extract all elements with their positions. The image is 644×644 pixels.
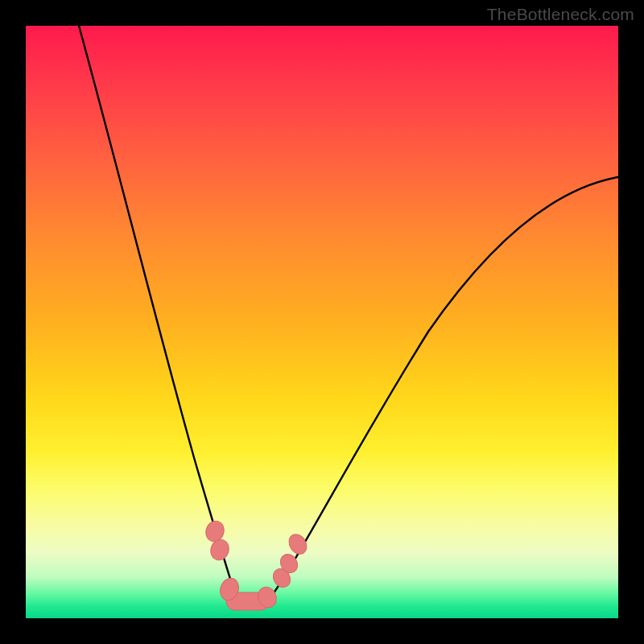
watermark-text: TheBottleneck.com bbox=[487, 5, 634, 24]
bottleneck-curve-right bbox=[266, 177, 618, 604]
bottleneck-curve-left bbox=[79, 26, 237, 599]
chart-frame: TheBottleneck.com bbox=[0, 0, 644, 644]
marker-dot bbox=[286, 531, 311, 558]
plot-area bbox=[26, 26, 618, 618]
marker-group bbox=[204, 518, 311, 610]
curve-layer bbox=[26, 26, 618, 618]
